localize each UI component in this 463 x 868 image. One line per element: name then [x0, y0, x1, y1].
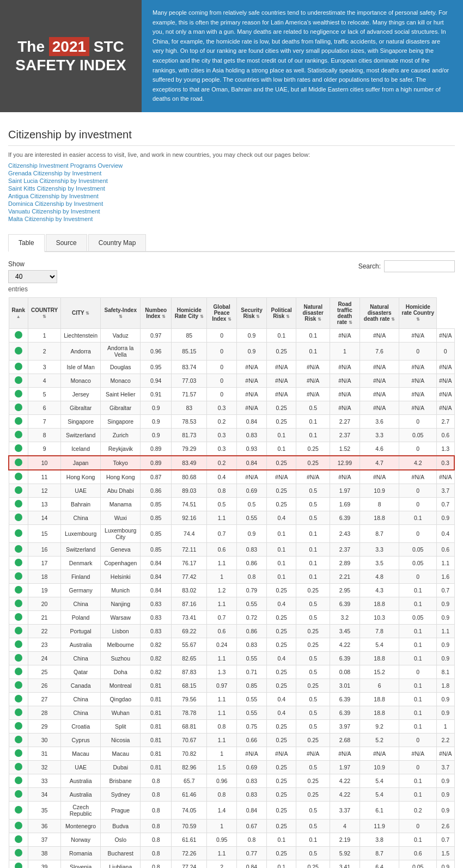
cell-security: 0.25 [267, 624, 296, 638]
entries-label: entries [8, 285, 57, 293]
col-security[interactable]: Security Risk ⇅ [236, 297, 266, 328]
cell-indicator [9, 556, 28, 570]
tab-table[interactable]: Table [8, 234, 45, 252]
table-row: 27ChinaQingdao0.8179.561.10.550.40.56.39… [9, 692, 454, 706]
cell-indicator [9, 524, 28, 542]
cell-homicide-country: 0.9 [437, 511, 454, 524]
cell-political: #N/A [296, 747, 330, 760]
cell-city: Montreal [101, 678, 141, 692]
cell-city: Melbourne [101, 638, 141, 651]
citizenship-link[interactable]: Dominica Citizenship by Investment [8, 200, 455, 207]
cell-security: #N/A [267, 374, 296, 387]
col-rank[interactable]: Rank ▲ [9, 297, 28, 328]
citizenship-link[interactable]: Antigua Citizenship by Investment [8, 193, 455, 199]
cell-city: Helsinki [101, 570, 141, 583]
search-input[interactable] [384, 260, 455, 272]
cell-city: Zurich [101, 428, 141, 442]
citizenship-link[interactable]: Vanuatu Citizenship by Investment [8, 208, 455, 215]
cell-rank: 10 [28, 456, 61, 470]
cell-gpi: 0.84 [236, 860, 266, 868]
green-dot-icon [15, 695, 22, 702]
cell-indicator [9, 801, 28, 819]
cell-city: Oslo [101, 833, 141, 846]
cell-rank: 6 [28, 401, 61, 414]
cell-homicide-country: 0.3 [437, 456, 454, 470]
table-row: 31MacauMacau0.8170.821#N/A#N/A#N/A#N/A#N… [9, 747, 454, 760]
cell-safety: 0.89 [141, 442, 172, 456]
cell-gpi: 0.55 [236, 511, 266, 524]
col-country[interactable]: COUNTRY ⇅ [28, 297, 61, 328]
cell-security: 0.1 [267, 833, 296, 846]
citizenship-link[interactable]: Saint Kitts Citizenship by Investment [8, 185, 455, 192]
cell-nat-death: 0.1 [399, 678, 437, 692]
cell-country: Denmark [60, 556, 100, 570]
col-safety[interactable]: Safety-Index ⇅ [101, 297, 141, 328]
cell-security: #N/A [267, 470, 296, 484]
green-dot-icon [15, 486, 22, 494]
show-select[interactable]: 40 10 25 100 [8, 270, 57, 283]
cell-indicator [9, 470, 28, 484]
cell-safety: 0.83 [141, 624, 172, 638]
header-description: Many people coming from relatively safe … [142, 0, 463, 112]
cell-safety: 0.97 [141, 328, 172, 342]
cell-rank: 18 [28, 570, 61, 583]
citizenship-link[interactable]: Grenada Citizenship by Investment [8, 170, 455, 176]
cell-city: Budva [101, 819, 141, 833]
cell-security: 0.25 [267, 819, 296, 833]
tab-country-map[interactable]: Country Map [88, 234, 147, 251]
cell-city: Geneva [101, 542, 141, 556]
cell-city: Macau [101, 747, 141, 760]
table-body: 1LiechtensteinVaduz0.978500.90.10.1#N/A#… [9, 328, 454, 868]
cell-road: 8 [360, 497, 399, 511]
cell-country: Romania [60, 846, 100, 860]
col-natural[interactable]: Natural disaster Risk ⇅ [296, 297, 330, 328]
cell-homicide-city: 1 [207, 819, 236, 833]
cell-city: Saint Helier [101, 387, 141, 401]
cell-safety: 0.84 [141, 570, 172, 583]
cell-political: 0.25 [296, 787, 330, 801]
cell-security: 0.25 [267, 583, 296, 597]
citizenship-link[interactable]: Saint Lucia Citizenship by Investment [8, 178, 455, 184]
table-row: 35Czech RepublicPrague0.874.051.40.840.2… [9, 801, 454, 819]
cell-safety: 0.86 [141, 484, 172, 497]
cell-indicator [9, 497, 28, 511]
cell-indicator [9, 374, 28, 387]
cell-homicide-country: 0.9 [437, 597, 454, 610]
green-dot-icon [15, 444, 22, 452]
cell-natural: 3.2 [330, 610, 360, 624]
cell-country: Iceland [60, 442, 100, 456]
citizenship-link[interactable]: Citizenship Investment Programs Overview [8, 162, 455, 169]
cell-gpi: 0.86 [236, 624, 266, 638]
table-row: 18FinlandHelsinki0.8477.4210.80.10.12.21… [9, 570, 454, 583]
tab-source[interactable]: Source [46, 234, 87, 251]
cell-rank: 33 [28, 774, 61, 787]
col-numbeo[interactable]: Numbeo Index ⇅ [141, 297, 172, 328]
col-city[interactable]: CITY ⇅ [60, 297, 100, 328]
cell-political: 0.25 [296, 860, 330, 868]
col-homicide-city[interactable]: Homicide Rate City ⇅ [172, 297, 207, 328]
cell-homicide-city: 1.1 [207, 692, 236, 706]
col-nat-death[interactable]: Natural disasters death rate ⇅ [360, 297, 399, 328]
col-political[interactable]: Political Risk ⇅ [267, 297, 296, 328]
cell-rank: 11 [28, 470, 61, 484]
cell-homicide-country: 2.2 [437, 733, 454, 747]
col-gpi[interactable]: Global Peace Index ⇅ [207, 297, 236, 328]
cell-country: Norway [60, 833, 100, 846]
cell-security: 0.25 [267, 733, 296, 747]
citizenship-link[interactable]: Malta Citizenship by Investment [8, 216, 455, 222]
cell-homicide-country: 0.9 [437, 787, 454, 801]
cell-homicide-city: 0.8 [207, 484, 236, 497]
cell-natural: #N/A [330, 401, 360, 414]
cell-country: Czech Republic [60, 801, 100, 819]
cell-safety: 0.81 [141, 692, 172, 706]
cell-numbeo: 68.81 [172, 719, 207, 733]
cell-country: Finland [60, 570, 100, 583]
cell-gpi: 0.9 [236, 342, 266, 360]
cell-nat-death: 0.1 [399, 651, 437, 665]
green-dot-icon [15, 722, 22, 730]
col-road[interactable]: Road traffic death rate ⇅ [330, 297, 360, 328]
cell-rank: 28 [28, 706, 61, 719]
col-homicide-country[interactable]: Homicide rate Country ⇅ [399, 297, 437, 328]
cell-numbeo: 77.03 [172, 374, 207, 387]
cell-city: Suzhou [101, 651, 141, 665]
